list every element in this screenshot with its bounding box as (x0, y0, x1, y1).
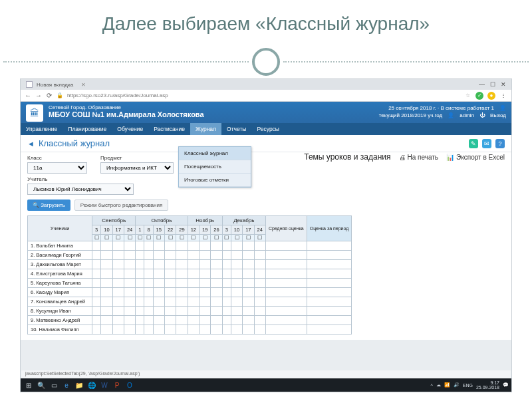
export-excel-button[interactable]: 📊Экспорт в Excel (446, 154, 505, 161)
nav-forward-icon[interactable]: → (35, 92, 42, 99)
grade-cell[interactable] (144, 316, 153, 325)
grade-cell[interactable] (144, 297, 153, 307)
period-mark-cell[interactable] (307, 307, 352, 316)
edge-icon[interactable]: e (61, 380, 72, 390)
grade-cell[interactable] (144, 279, 153, 288)
notifications-icon[interactable]: 💬 (503, 382, 509, 388)
grade-cell[interactable] (101, 307, 112, 316)
grade-cell[interactable] (199, 316, 210, 325)
menu-item-0[interactable]: Управление (21, 123, 63, 135)
period-mark-cell[interactable] (307, 269, 352, 279)
grade-cell[interactable] (144, 241, 153, 251)
grade-cell[interactable] (199, 241, 210, 251)
subject-select[interactable]: Информатика и ИКТ (100, 162, 174, 174)
grade-cell[interactable] (222, 288, 231, 297)
grade-cell[interactable] (136, 316, 144, 325)
grade-cell[interactable] (231, 260, 242, 269)
grade-cell[interactable] (101, 241, 112, 251)
grade-cell[interactable] (153, 325, 164, 334)
grade-cell[interactable] (199, 288, 210, 297)
grade-cell[interactable] (254, 241, 265, 251)
grade-cell[interactable] (112, 297, 124, 307)
grade-cell[interactable] (222, 279, 231, 288)
grade-cell[interactable] (144, 260, 153, 269)
load-button[interactable]: 🔍 Загрузить (27, 200, 70, 211)
grade-cell[interactable] (176, 316, 188, 325)
grade-cell[interactable] (222, 316, 231, 325)
tab-title[interactable]: Новая вкладка (37, 82, 73, 88)
grade-cell[interactable] (101, 251, 112, 260)
grade-cell[interactable] (101, 269, 112, 279)
extension-icon-1[interactable]: ✓ (475, 92, 483, 100)
grade-cell[interactable] (153, 241, 164, 251)
period-mark-cell[interactable] (307, 260, 352, 269)
period-mark-cell[interactable] (307, 241, 352, 251)
grade-cell[interactable] (199, 279, 210, 288)
outlook-icon[interactable]: O (124, 380, 135, 390)
grade-cell[interactable] (243, 325, 254, 334)
grade-cell[interactable] (176, 251, 188, 260)
explorer-icon[interactable]: 📁 (74, 380, 84, 390)
grade-cell[interactable] (222, 269, 231, 279)
grade-cell[interactable] (92, 269, 101, 279)
grade-cell[interactable] (92, 251, 101, 260)
grade-cell[interactable] (136, 325, 144, 334)
period-mark-cell[interactable] (307, 251, 352, 260)
grade-cell[interactable] (112, 251, 124, 260)
grade-cell[interactable] (188, 288, 199, 297)
grade-cell[interactable] (164, 260, 176, 269)
class-select[interactable]: 11а (27, 162, 87, 174)
grade-cell[interactable] (199, 260, 210, 269)
grade-cell[interactable] (188, 241, 199, 251)
grade-cell[interactable] (124, 297, 135, 307)
grade-cell[interactable] (199, 307, 210, 316)
grade-cell[interactable] (211, 307, 222, 316)
grade-cell[interactable] (164, 269, 176, 279)
nav-reload-icon[interactable]: ⟳ (46, 92, 53, 99)
menu-item-4[interactable]: Журнал (190, 123, 221, 135)
grade-cell[interactable] (136, 260, 144, 269)
grade-cell[interactable] (101, 325, 112, 334)
grade-cell[interactable] (254, 297, 265, 307)
grade-cell[interactable] (211, 288, 222, 297)
grade-cell[interactable] (136, 279, 144, 288)
grade-cell[interactable] (101, 316, 112, 325)
grade-cell[interactable] (211, 297, 222, 307)
system-tray[interactable]: ^ ☁ 📶 🔊 ENG 9:17 25.09.2018 💬 (430, 380, 509, 390)
grade-cell[interactable] (136, 269, 144, 279)
grade-cell[interactable] (164, 241, 176, 251)
window-minimize-icon[interactable]: — (479, 81, 485, 88)
menu-item-1[interactable]: Планирование (63, 123, 112, 135)
grade-cell[interactable] (112, 279, 124, 288)
grade-cell[interactable] (254, 316, 265, 325)
grade-cell[interactable] (153, 269, 164, 279)
period-mark-cell[interactable] (307, 316, 352, 325)
grade-cell[interactable] (92, 307, 101, 316)
grade-cell[interactable] (136, 288, 144, 297)
tray-chevron-icon[interactable]: ^ (430, 383, 432, 388)
grade-cell[interactable] (243, 279, 254, 288)
grade-cell[interactable] (164, 316, 176, 325)
tab-close-icon[interactable]: ✕ (81, 82, 86, 88)
dropdown-item-1[interactable]: Посещаемость (179, 160, 251, 174)
dropdown-item-2[interactable]: Итоговые отметки (179, 174, 251, 187)
grade-cell[interactable] (144, 251, 153, 260)
grade-cell[interactable] (188, 297, 199, 307)
grade-cell[interactable] (231, 279, 242, 288)
help-icon[interactable]: ? (495, 139, 505, 148)
grade-cell[interactable] (231, 325, 242, 334)
grade-cell[interactable] (92, 297, 101, 307)
grade-cell[interactable] (153, 316, 164, 325)
grade-cell[interactable] (164, 307, 176, 316)
grade-cell[interactable] (231, 269, 242, 279)
grade-cell[interactable] (222, 241, 231, 251)
grade-cell[interactable] (222, 297, 231, 307)
print-button[interactable]: 🖨На печать (399, 154, 439, 161)
grade-cell[interactable] (188, 316, 199, 325)
grade-cell[interactable] (199, 269, 210, 279)
grade-cell[interactable] (92, 288, 101, 297)
grade-cell[interactable] (136, 307, 144, 316)
grade-cell[interactable] (254, 269, 265, 279)
powerpoint-icon[interactable]: P (112, 380, 122, 390)
grade-cell[interactable] (243, 260, 254, 269)
